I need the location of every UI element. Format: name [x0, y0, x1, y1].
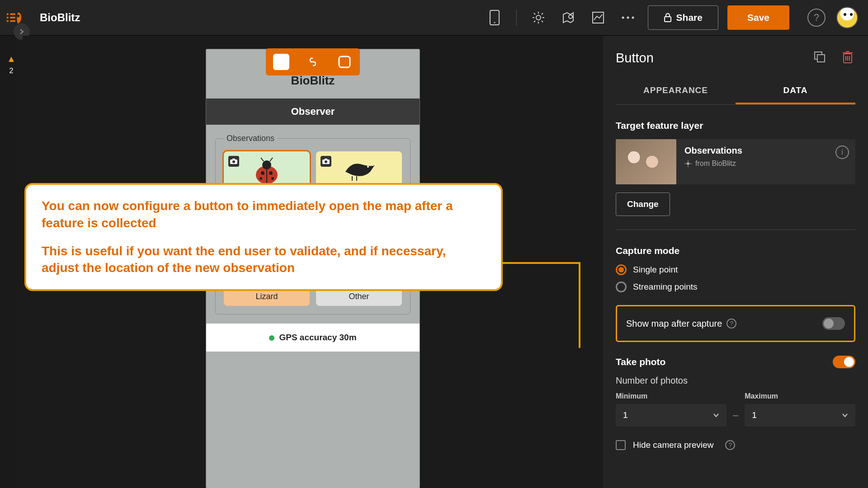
radio-label: Single point	[633, 265, 678, 275]
svg-rect-3	[10, 14, 15, 15]
hide-camera-preview-row[interactable]: Hide camera preview ?	[616, 440, 855, 450]
svg-line-17	[542, 13, 543, 14]
callout-text-2: This is useful if you want the end user …	[42, 243, 486, 277]
svg-point-31	[262, 160, 271, 169]
share-label: Share	[676, 12, 703, 23]
more-icon[interactable]	[617, 7, 639, 28]
svg-point-63	[687, 162, 689, 165]
chart-icon[interactable]	[587, 7, 609, 28]
svg-point-9	[536, 15, 541, 20]
help-icon[interactable]: ?	[807, 9, 826, 27]
lock-icon	[664, 13, 672, 23]
svg-line-16	[534, 21, 535, 22]
svg-point-22	[632, 17, 634, 19]
svg-point-33	[269, 171, 273, 175]
show-map-label: Show map after capture	[626, 319, 722, 329]
map-icon[interactable]	[557, 7, 579, 28]
toolbar-button-square[interactable]	[273, 54, 289, 70]
take-photo-row: Take photo	[616, 356, 855, 368]
take-photo-toggle[interactable]	[833, 356, 855, 368]
number-photos-label: Number of photos	[616, 375, 855, 386]
settings-icon[interactable]	[528, 7, 549, 28]
tab-data[interactable]: DATA	[736, 78, 855, 104]
svg-point-34	[259, 177, 262, 180]
svg-line-15	[542, 21, 543, 22]
app-header: BioBlitz Share Save ?	[0, 0, 868, 36]
warning-icon[interactable]: ▲	[7, 54, 16, 64]
gps-status-bar: GPS accuracy 30m	[206, 324, 420, 352]
svg-point-32	[261, 171, 264, 175]
share-button[interactable]: Share	[648, 5, 718, 30]
radio-single-point[interactable]: Single point	[616, 264, 855, 275]
point-icon	[684, 160, 692, 167]
max-label: Maximum	[745, 392, 855, 400]
help-tooltip-icon[interactable]: ?	[725, 440, 735, 450]
properties-panel: Button APPEARANCE DATA Target feature la…	[603, 36, 868, 488]
save-button[interactable]: Save	[727, 5, 789, 30]
show-map-toggle[interactable]	[822, 317, 845, 330]
user-avatar[interactable]	[836, 7, 858, 28]
take-photo-label: Take photo	[616, 357, 665, 367]
radio-streaming-points[interactable]: Streaming points	[616, 282, 855, 292]
obs-label: Lizard	[255, 292, 278, 301]
obs-label: Other	[349, 292, 369, 301]
checkbox-icon	[616, 440, 626, 450]
duplicate-button[interactable]	[813, 50, 828, 66]
svg-rect-4	[10, 17, 15, 19]
svg-line-36	[261, 158, 264, 161]
tab-appearance[interactable]: APPEARANCE	[616, 78, 736, 104]
callout-connector	[579, 262, 580, 348]
svg-rect-28	[232, 159, 235, 160]
page-title: BioBlitz	[40, 11, 80, 24]
svg-rect-2	[7, 20, 9, 22]
toolbar-button-outline[interactable]	[336, 54, 353, 70]
change-layer-button[interactable]: Change	[616, 192, 670, 216]
svg-line-37	[270, 158, 273, 161]
target-layer-row: Observations from BioBlitz i	[616, 139, 855, 184]
svg-rect-1	[7, 17, 9, 19]
svg-rect-0	[7, 14, 9, 15]
header-toolbar	[484, 7, 639, 28]
max-photos-select[interactable]: 1	[745, 404, 855, 427]
svg-rect-5	[10, 20, 15, 22]
left-rail: ▲ 2	[0, 36, 23, 488]
annotation-callout: You can now configure a button to immedi…	[24, 183, 503, 291]
svg-point-41	[367, 166, 369, 168]
gps-dot-icon	[269, 335, 274, 341]
min-photos-select[interactable]: 1	[616, 404, 726, 427]
chevron-down-icon	[842, 413, 848, 418]
phone-preview-icon[interactable]	[484, 7, 505, 28]
layer-name: Observations	[684, 145, 827, 156]
min-label: Minimum	[616, 392, 726, 400]
svg-point-39	[325, 160, 327, 163]
capture-mode-heading: Capture mode	[616, 245, 855, 256]
layer-info-button[interactable]: i	[835, 145, 849, 159]
toolbar-button-link[interactable]	[305, 54, 321, 70]
svg-point-35	[271, 177, 274, 180]
target-layer-heading: Target feature layer	[616, 120, 855, 131]
svg-rect-40	[325, 159, 327, 160]
svg-line-14	[534, 13, 535, 14]
radio-icon	[616, 282, 627, 292]
layer-thumbnail	[616, 139, 676, 184]
svg-point-8	[494, 22, 495, 23]
help-tooltip-icon[interactable]: ?	[726, 319, 736, 328]
svg-rect-56	[817, 55, 825, 62]
radio-icon	[616, 264, 627, 275]
blackbird-icon	[339, 156, 379, 183]
hide-preview-label: Hide camera preview	[633, 440, 713, 450]
preview-observer-bar[interactable]: Observer	[206, 99, 420, 125]
layer-source: from BioBlitz	[684, 160, 827, 168]
callout-connector	[503, 262, 580, 264]
svg-point-18	[569, 15, 572, 19]
element-toolbar	[266, 49, 360, 75]
chevron-down-icon	[713, 413, 719, 418]
svg-rect-23	[665, 17, 671, 22]
svg-point-20	[622, 17, 624, 19]
show-map-after-capture-row: Show map after capture ?	[616, 305, 855, 342]
svg-point-27	[232, 160, 235, 163]
svg-rect-25	[339, 56, 350, 67]
delete-button[interactable]	[842, 50, 855, 66]
panel-tabs: APPEARANCE DATA	[616, 78, 855, 105]
radio-label: Streaming points	[633, 282, 698, 292]
